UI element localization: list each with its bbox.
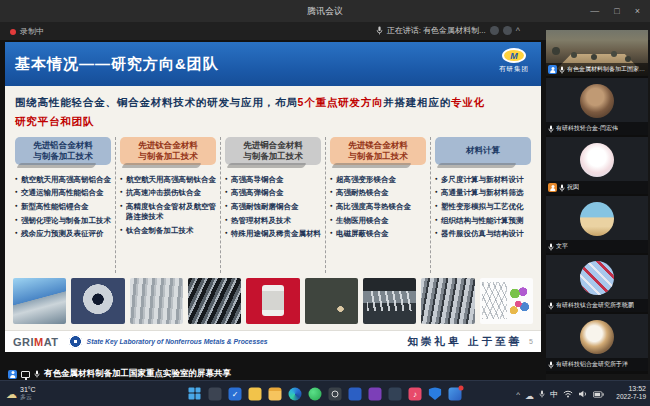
clock-date: 2022-7-19: [616, 393, 646, 401]
system-tray: 中: [516, 381, 604, 406]
participant-label: 祝囡: [546, 181, 648, 194]
search-icon[interactable]: [329, 387, 342, 400]
participant-tile[interactable]: 祝囡: [546, 137, 648, 194]
mic-icon: [548, 125, 554, 133]
taskbar-clock[interactable]: 13:52 2022-7-19: [616, 385, 646, 402]
column-list: 航空航天用高强高韧钛合金 抗高速冲击损伤钛合金 高精度钛合金管材及航空管路连接技…: [120, 175, 216, 236]
sticky-notes-icon[interactable]: [249, 387, 262, 400]
edge-browser-icon[interactable]: [289, 387, 302, 400]
column-header: 先进铜合金材料 与制备加工技术: [225, 137, 321, 165]
grimat-wordmark: GRIMAT: [13, 336, 59, 348]
qq-icon[interactable]: [389, 387, 402, 400]
material-photo-strip: [13, 278, 533, 324]
slide-title-banner: 基本情况——研究方向&团队 M 有研集团: [5, 42, 541, 86]
participant-tile[interactable]: 有研科技铝合金研究所于洋: [546, 314, 648, 371]
research-item: 高通量计算与新材料筛选: [435, 188, 531, 198]
research-item: 航空航天用高强高韧铝合金: [15, 175, 111, 185]
wifi-icon[interactable]: [563, 390, 573, 398]
research-item: 超高强变形镁合金: [330, 175, 426, 185]
grinm-logo-icon: M: [502, 48, 526, 63]
onedrive-icon[interactable]: [525, 385, 534, 403]
avatar: [580, 202, 614, 236]
mic-icon: [559, 184, 565, 192]
slide-motto: 知崇礼卑 止于至善: [407, 335, 522, 349]
calendar-app-icon[interactable]: [209, 387, 222, 400]
research-item: 高精度钛合金管材及航空管路连接技术: [120, 202, 216, 222]
file-explorer-icon[interactable]: [269, 387, 282, 400]
research-item: 高强高弹铜合金: [225, 188, 321, 198]
participant-mini-icon[interactable]: [503, 26, 512, 35]
photos-app-icon[interactable]: [449, 387, 462, 400]
recording-label: 录制中: [20, 26, 44, 37]
window-controls: — □ ×: [590, 0, 640, 22]
research-item: 残余应力预测及表征评价: [15, 229, 111, 239]
participant-name: 有研科技轻合金-闫宏伟: [556, 124, 618, 133]
wechat-icon[interactable]: [309, 387, 322, 400]
participants-panel: 有色金属材料制备加工国家重点... 有研科技轻合金-闫宏伟 祝囡 文平: [546, 30, 648, 374]
weather-condition: 多云: [20, 394, 36, 401]
windows-start-icon[interactable]: [189, 387, 202, 400]
minimize-button[interactable]: —: [590, 6, 599, 16]
volume-icon[interactable]: [578, 390, 588, 398]
close-button[interactable]: ×: [635, 6, 640, 16]
taskbar-weather-widget[interactable]: 31°C 多云: [6, 384, 36, 402]
research-item: 电磁屏蔽镁合金: [330, 229, 426, 239]
chevron-up-icon[interactable]: [516, 26, 520, 36]
participant-tile[interactable]: 有研科技轻合金-闫宏伟: [546, 78, 648, 135]
intro-highlight: 专业化: [451, 96, 485, 108]
participant-name: 有研科技钛合金研究所李晓鹏: [556, 301, 634, 310]
participant-tile-video[interactable]: 有色金属材料制备加工国家重点...: [546, 30, 648, 76]
avatar: [580, 143, 614, 177]
ime-indicator[interactable]: 中: [550, 389, 558, 400]
host-badge-icon: [548, 65, 557, 74]
brand-text: AT: [44, 336, 59, 348]
participant-tile[interactable]: 有研科技钛合金研究所李晓鹏: [546, 255, 648, 312]
lab-name: State Key Laboratory of Nonferrous Metal…: [87, 338, 268, 345]
participant-name: 有色金属材料制备加工国家重点...: [567, 65, 646, 74]
brand-text: M: [34, 336, 44, 348]
research-item: 高强耐热镁合金: [330, 188, 426, 198]
research-item: 航空航天用高强高韧钛合金: [120, 175, 216, 185]
participant-name: 祝囡: [567, 183, 579, 192]
column-magnesium: 先进镁合金材料 与制备加工技术 超高强变形镁合金 高强耐热镁合金 高比强度高导热…: [325, 137, 430, 273]
weather-cloud-icon: [6, 384, 17, 402]
photo-aluminum-plates: [13, 278, 66, 324]
intro-segment: 围绕高性能轻合金、铜合金材料技术的研发与应用，布局: [15, 96, 298, 108]
column-computation: 材料计算 多尺度计算与新材料设计 高通量计算与新材料筛选 塑性变形模拟与工艺优化…: [430, 137, 535, 273]
tencent-docs-icon[interactable]: [229, 387, 242, 400]
tray-mic-icon[interactable]: [539, 390, 545, 398]
intro-highlight: 5个重点研发方向: [298, 96, 384, 108]
music-app-icon[interactable]: [409, 387, 422, 400]
hand-raise-icon: [548, 183, 557, 192]
mic-icon: [548, 243, 554, 251]
screen-share-icon: [21, 371, 30, 378]
participant-label: 有色金属材料制备加工国家重点...: [546, 63, 648, 76]
lab-emblem-icon: [69, 335, 82, 348]
page-number: 5: [529, 338, 533, 345]
participant-name: 有研科技铝合金研究所于洋: [556, 360, 628, 369]
participant-label: 文平: [546, 240, 648, 253]
research-item: 特殊用途铜及稀贵金属材料: [225, 229, 321, 239]
mic-icon: [34, 370, 40, 378]
research-item: 钛合金制备加工技术: [120, 226, 216, 236]
onenote-icon[interactable]: [369, 387, 382, 400]
column-header: 先进钛合金材料 与制备加工技术: [120, 137, 216, 165]
grinm-logo-name: 有研集团: [499, 65, 529, 74]
recording-dot-icon: [10, 29, 16, 35]
photo-metal-tubes: [130, 278, 183, 324]
maximize-button[interactable]: □: [614, 6, 619, 16]
word-icon[interactable]: [349, 387, 362, 400]
battery-icon[interactable]: [593, 391, 604, 398]
tray-chevron-icon[interactable]: [516, 390, 520, 399]
research-item: 热管理材料及技术: [225, 216, 321, 226]
mic-icon: [559, 66, 565, 74]
share-banner-text: 有色金属材料制备加工国家重点实验室的屏幕共享: [44, 368, 231, 380]
grinm-logo: M 有研集团: [499, 48, 529, 74]
participant-mini-icon[interactable]: [490, 26, 499, 35]
defender-icon[interactable]: [429, 387, 442, 400]
weather-temp: 31°C: [20, 386, 36, 394]
presentation-slide: 基本情况——研究方向&团队 M 有研集团 围绕高性能轻合金、铜合金材料技术的研发…: [5, 42, 541, 352]
column-header: 先进镁合金材料 与制备加工技术: [330, 137, 426, 165]
mic-icon: [548, 302, 554, 310]
participant-tile[interactable]: 文平: [546, 196, 648, 253]
